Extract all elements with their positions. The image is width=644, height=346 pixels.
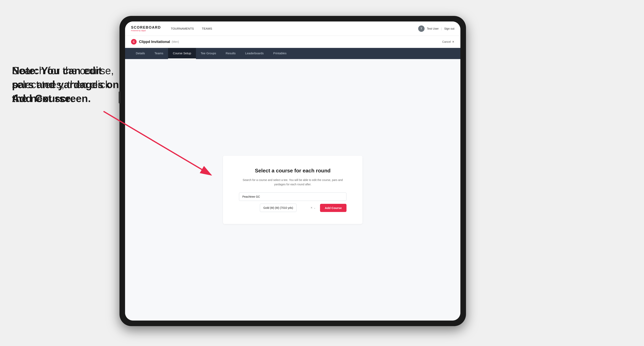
logo-area: SCOREBOARD Powered by clippd bbox=[131, 25, 161, 32]
tournament-header: C Clippd Invitational (Men) Cancel ✕ bbox=[125, 36, 460, 48]
select-chevron-icon: ⌄ bbox=[314, 206, 316, 209]
tee-select-wrapper: Gold (M) (M) (7010 yds) × ⌄ bbox=[239, 204, 318, 212]
course-search-input[interactable] bbox=[239, 192, 346, 201]
tab-results[interactable]: Results bbox=[221, 48, 240, 59]
add-course-button[interactable]: Add Course bbox=[320, 204, 346, 212]
tab-navigation: Details Teams Course Setup Tee Groups Re… bbox=[125, 48, 460, 59]
tournament-subtitle: (Men) bbox=[172, 40, 179, 43]
tab-tee-groups[interactable]: Tee Groups bbox=[196, 48, 221, 59]
nav-tournaments[interactable]: TOURNAMENTS bbox=[171, 27, 194, 30]
tablet-side-button bbox=[119, 91, 120, 103]
card-description: Search for a course and select a tee. Yo… bbox=[239, 178, 346, 187]
tablet-screen: SCOREBOARD Powered by clippd TOURNAMENTS… bbox=[125, 21, 460, 321]
page-wrapper: Search for the course, select tees, then… bbox=[0, 0, 644, 346]
tab-printables[interactable]: Printables bbox=[268, 48, 291, 59]
tab-course-setup[interactable]: Course Setup bbox=[168, 48, 196, 59]
tab-teams[interactable]: Teams bbox=[150, 48, 168, 59]
nav-teams[interactable]: TEAMS bbox=[202, 27, 212, 30]
tee-select-dropdown[interactable]: Gold (M) (M) (7010 yds) bbox=[260, 204, 296, 212]
main-content: Select a course for each round Search fo… bbox=[125, 59, 460, 321]
course-setup-card: Select a course for each round Search fo… bbox=[223, 156, 362, 224]
screen-content: SCOREBOARD Powered by clippd TOURNAMENTS… bbox=[125, 21, 460, 321]
tournament-title: Clippd Invitational bbox=[139, 40, 170, 44]
tee-select-row: Gold (M) (M) (7010 yds) × ⌄ Add Course bbox=[239, 204, 346, 212]
tab-leaderboards[interactable]: Leaderboards bbox=[240, 48, 268, 59]
cancel-icon: ✕ bbox=[452, 40, 454, 43]
tab-details[interactable]: Details bbox=[131, 48, 150, 59]
nav-links: TOURNAMENTS TEAMS bbox=[171, 27, 418, 30]
card-title: Select a course for each round bbox=[239, 168, 346, 174]
navbar: SCOREBOARD Powered by clippd TOURNAMENTS… bbox=[125, 21, 460, 36]
cancel-label: Cancel bbox=[442, 40, 451, 43]
cancel-button[interactable]: Cancel ✕ bbox=[442, 40, 454, 43]
nav-separator: | bbox=[441, 27, 442, 30]
tournament-icon: C bbox=[131, 39, 136, 44]
sign-out-link[interactable]: Sign out bbox=[444, 27, 454, 30]
user-name: Test User bbox=[427, 27, 439, 30]
select-clear-icon: × bbox=[311, 206, 312, 210]
logo-title: SCOREBOARD bbox=[131, 25, 161, 30]
tablet-device: SCOREBOARD Powered by clippd TOURNAMENTS… bbox=[120, 16, 466, 326]
user-avatar: T bbox=[418, 25, 424, 32]
annotation-note: Note: You can edit pars and yardages on … bbox=[12, 64, 124, 106]
logo-subtitle: Powered by clippd bbox=[131, 30, 161, 32]
nav-right: T Test User | Sign out bbox=[418, 25, 454, 32]
